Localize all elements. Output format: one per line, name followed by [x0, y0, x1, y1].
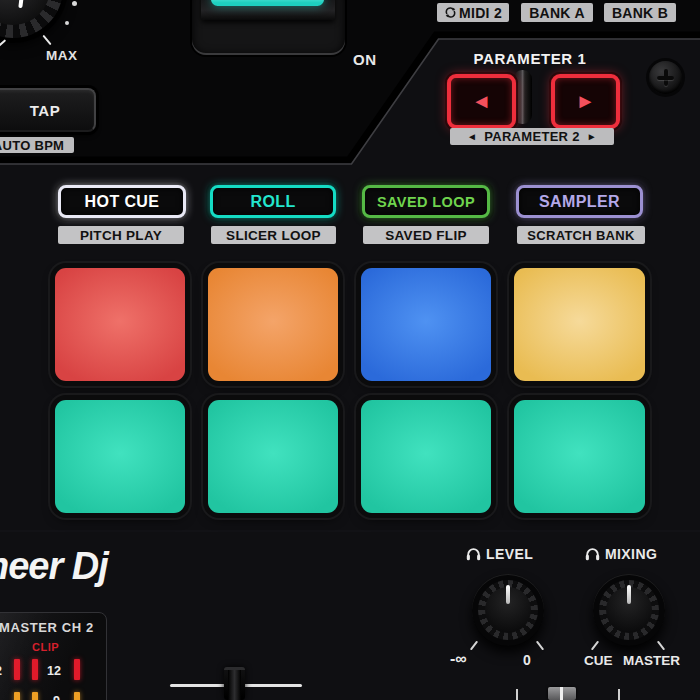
saved-loop-label: SAVED LOOP: [377, 194, 475, 210]
mixer-pad-section: MAX ON TAP AUTO BPM MIDI 2 BANK A BANK B…: [0, 0, 700, 700]
parameter-1-title: PARAMETER 1: [455, 50, 605, 67]
level-depth-knob-cap: [0, 0, 50, 25]
mini-fader-tick: [618, 689, 620, 700]
auto-bpm-label: AUTO BPM: [0, 137, 74, 153]
headphones-icon: [466, 547, 481, 561]
hot-cue-mode-button[interactable]: HOT CUE: [58, 185, 186, 218]
channel-fader-slot[interactable]: [224, 667, 245, 700]
roll-label: ROLL: [250, 193, 295, 211]
performance-pad-5[interactable]: [55, 400, 185, 513]
mini-fader-cap[interactable]: [548, 687, 576, 700]
right-arrow-icon: ►: [576, 90, 596, 113]
level-zero-label: 0: [523, 652, 531, 668]
saved-loop-mode-button[interactable]: SAVED LOOP: [362, 185, 490, 218]
performance-pad-4[interactable]: [514, 268, 645, 381]
meter-scale-12: 12: [47, 664, 61, 678]
pitch-play-label: PITCH PLAY: [58, 226, 184, 244]
headphones-mixing-label: MIXING: [585, 546, 657, 562]
sampler-mode-button[interactable]: SAMPLER: [516, 185, 643, 218]
meter-scale-9: 9: [53, 694, 60, 700]
knob-tick-dot: [72, 1, 77, 6]
ch2-led-red: [74, 659, 80, 680]
performance-pad-3[interactable]: [361, 268, 491, 381]
performance-pad-7[interactable]: [361, 400, 491, 513]
on-label: ON: [353, 51, 377, 68]
clip-label: CLIP: [32, 641, 59, 653]
scratch-bank-label: SCRATCH BANK: [517, 226, 645, 244]
pioneer-dj-logo: neer Dj: [0, 545, 108, 588]
mini-fader-tick: [516, 689, 518, 700]
headphones-level-knob[interactable]: [472, 574, 544, 646]
tap-button[interactable]: TAP: [0, 88, 96, 132]
bank-a-label: BANK A: [521, 3, 593, 22]
knob-pointer: [627, 585, 631, 604]
performance-pad-6[interactable]: [208, 400, 338, 513]
fx-lever-led: [211, 0, 324, 6]
meter-scale-left-partial: 12: [0, 664, 2, 678]
level-min-label: -∞: [450, 650, 467, 668]
left-arrow-icon: ◄: [467, 131, 477, 142]
knob-tick-dot: [65, 21, 69, 25]
roll-mode-button[interactable]: ROLL: [210, 185, 336, 218]
sampler-label: SAMPLER: [539, 193, 620, 211]
headphones-icon: [585, 547, 600, 561]
midi-loop-icon: [444, 6, 457, 19]
headphones-mixing-knob[interactable]: [593, 574, 665, 646]
fx-lever-well: [192, 0, 345, 55]
master-r-led-orange: [32, 692, 38, 700]
bank-b-label: BANK B: [604, 3, 676, 22]
mixing-master-label: MASTER: [623, 653, 680, 668]
midi-button-label: MIDI 2: [437, 3, 509, 22]
master-l-led-red: [14, 659, 20, 680]
slicer-loop-label: SLICER LOOP: [211, 226, 336, 244]
max-label: MAX: [46, 48, 78, 63]
master-l-led-orange: [14, 692, 20, 700]
parameter-left-button[interactable]: ◄: [447, 74, 516, 129]
headphones-level-label: LEVEL: [466, 546, 533, 562]
right-arrow-icon: ►: [587, 131, 597, 142]
parameter-2-label: ◄ PARAMETER 2 ►: [450, 128, 614, 145]
tap-label: TAP: [30, 102, 60, 119]
parameter-right-button[interactable]: ►: [551, 74, 620, 129]
left-arrow-icon: ◄: [472, 90, 492, 113]
performance-pad-1[interactable]: [55, 268, 185, 381]
performance-pad-8[interactable]: [514, 400, 645, 513]
performance-pad-2[interactable]: [208, 268, 338, 381]
hot-cue-label: HOT CUE: [85, 193, 160, 211]
meter-header: MASTER CH 2: [0, 620, 94, 635]
panel-screw: [649, 61, 682, 94]
channel-fader-cap: [228, 670, 241, 700]
level-meter-panel: MASTER CH 2 CLIP 12 12 9: [0, 612, 107, 700]
knob-pointer: [506, 585, 510, 604]
saved-flip-label: SAVED FLIP: [363, 226, 489, 244]
master-r-led-red: [32, 659, 38, 680]
fx-lever-cap[interactable]: [201, 0, 335, 20]
ch2-led-orange: [74, 692, 80, 700]
mixing-cue-label: CUE: [584, 653, 613, 668]
